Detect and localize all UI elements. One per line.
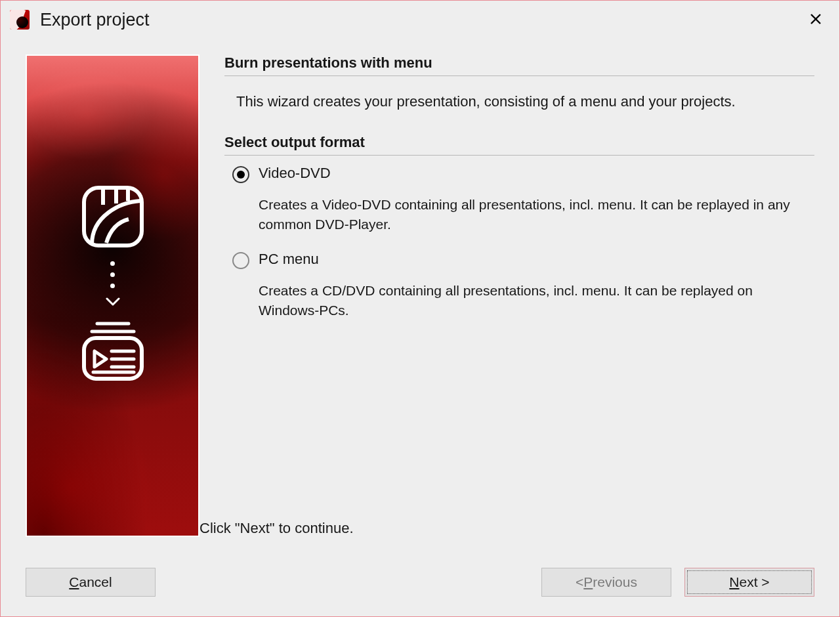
wizard-footer: Cancel < Previous Next > <box>26 568 814 597</box>
wizard-sidebar-image <box>26 54 200 537</box>
close-button[interactable] <box>801 6 830 32</box>
titlebar: Export project <box>1 1 839 39</box>
svg-marker-7 <box>94 351 106 367</box>
app-icon <box>10 10 30 30</box>
radio-pc-menu[interactable] <box>232 252 249 269</box>
next-button[interactable]: Next > <box>684 568 814 597</box>
continue-hint: Click "Next" to continue. <box>200 520 354 537</box>
previous-button[interactable]: < Previous <box>541 568 671 597</box>
footer-right-group: < Previous Next > <box>541 568 814 597</box>
content-area: Burn presentations with menu This wizard… <box>26 54 814 537</box>
option-description: Creates a Video-DVD containing all prese… <box>259 195 814 235</box>
main-panel: Burn presentations with menu This wizard… <box>200 54 814 537</box>
option-video-dvd[interactable]: Video-DVD <box>232 165 814 183</box>
radio-video-dvd[interactable] <box>232 166 249 183</box>
close-icon <box>810 13 822 25</box>
cancel-button[interactable]: Cancel <box>26 568 156 597</box>
wizard-intro-text: This wizard creates your presentation, c… <box>236 93 814 110</box>
section-title-burn: Burn presentations with menu <box>224 54 814 76</box>
option-pc-menu[interactable]: PC menu <box>232 251 814 269</box>
window-title: Export project <box>40 10 150 30</box>
sidebar-icons <box>27 184 198 384</box>
photo-roll-icon <box>80 184 146 249</box>
media-menu-icon <box>77 318 148 384</box>
dotted-arrow-icon <box>106 261 120 307</box>
option-label: Video-DVD <box>259 165 331 182</box>
option-description: Creates a CD/DVD containing all presenta… <box>259 281 814 321</box>
option-label: PC menu <box>259 251 319 268</box>
section-title-format: Select output format <box>224 134 814 156</box>
